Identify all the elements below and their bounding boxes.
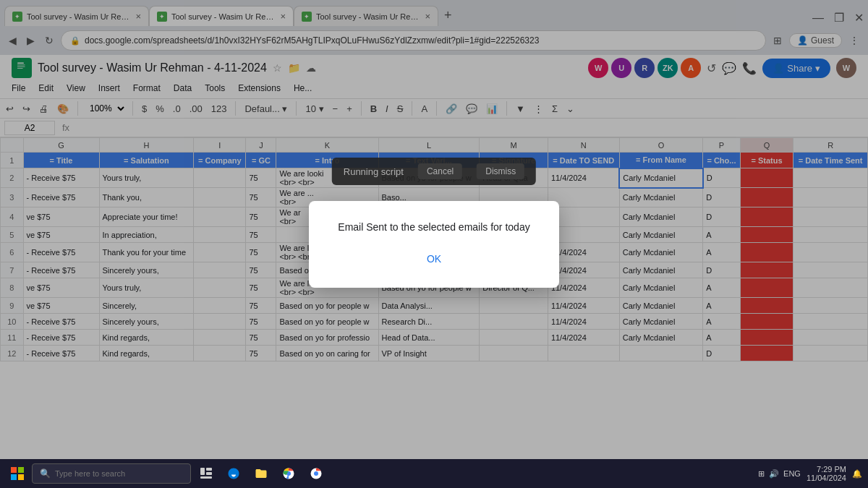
start-button[interactable] (6, 462, 29, 485)
alert-ok-button[interactable]: OK (418, 250, 450, 267)
svg-rect-9 (206, 468, 212, 471)
taskbar-search-icon: 🔍 (40, 468, 51, 479)
svg-rect-5 (18, 467, 24, 473)
taskbar: 🔍 ⊞ 🔊 ENG 7:29 PM 11/04/2024 🔔 (0, 459, 868, 488)
svg-rect-8 (200, 468, 205, 475)
taskbar-notification-icon[interactable]: 🔔 (852, 469, 862, 479)
taskbar-volume-icon[interactable]: 🔊 (769, 469, 779, 479)
taskbar-task-view[interactable] (194, 461, 218, 486)
taskbar-language-label: ENG (783, 469, 801, 478)
svg-rect-7 (18, 474, 24, 480)
taskbar-search-input[interactable] (55, 469, 183, 478)
taskbar-time-display: 7:29 PM (807, 465, 846, 474)
taskbar-date-display: 11/04/2024 (807, 474, 846, 482)
svg-rect-11 (200, 476, 212, 479)
taskbar-network-icon[interactable]: ⊞ (758, 469, 765, 479)
taskbar-sys-icons: ⊞ 🔊 ENG (758, 469, 801, 479)
svg-rect-6 (11, 474, 17, 480)
taskbar-right: ⊞ 🔊 ENG 7:29 PM 11/04/2024 🔔 (758, 465, 862, 482)
taskbar-app-icons (194, 461, 755, 486)
svg-point-15 (314, 471, 318, 476)
alert-dialog: Email Sent to the selected emails for to… (309, 201, 558, 288)
alert-overlay: Email Sent to the selected emails for to… (0, 0, 868, 488)
svg-rect-4 (11, 467, 17, 473)
taskbar-explorer-icon[interactable] (249, 461, 273, 486)
taskbar-chrome2-icon[interactable] (304, 461, 328, 486)
alert-message: Email Sent to the selected emails for to… (338, 221, 529, 233)
svg-rect-10 (206, 472, 212, 475)
taskbar-search[interactable]: 🔍 (32, 463, 191, 484)
taskbar-edge-icon[interactable] (221, 461, 246, 486)
taskbar-clock: 7:29 PM 11/04/2024 (807, 465, 846, 482)
taskbar-chrome-icon[interactable] (276, 461, 301, 486)
